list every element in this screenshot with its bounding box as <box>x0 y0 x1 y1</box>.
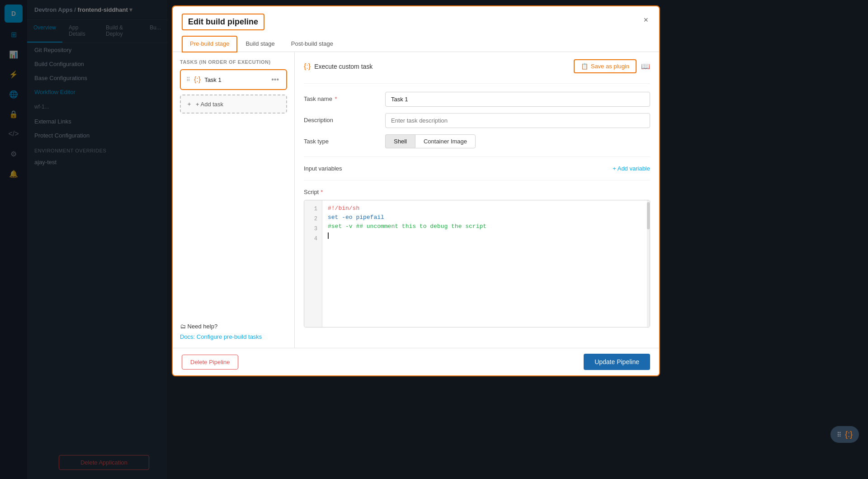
delete-pipeline-button[interactable]: Delete Pipeline <box>182 355 238 370</box>
tasks-label: TASKS (IN ORDER OF EXECUTION) <box>180 59 287 65</box>
task-name-field-label: Task name * <box>304 92 376 102</box>
execute-custom-title: Execute custom task <box>314 63 373 70</box>
task-type-icon: {:} <box>194 76 201 84</box>
line-numbers: 1 2 3 4 <box>304 200 322 327</box>
tab-build-stage[interactable]: Build stage <box>237 36 283 52</box>
code-content: #!/bin/sh set -eo pipefail #set -v ## un… <box>322 200 650 327</box>
line-num-2: 2 <box>304 214 322 224</box>
task-type-container-image-button[interactable]: Container Image <box>415 134 476 148</box>
add-task-button[interactable]: ＋ + Add task <box>180 95 287 114</box>
help-section: 🗂 Need help? Docs: Configure pre-build t… <box>180 323 287 341</box>
code-editor-inner: 1 2 3 4 #!/bin/sh set -eo pipefail #set … <box>304 200 650 327</box>
add-task-icon: ＋ <box>186 100 192 108</box>
description-input[interactable] <box>385 113 650 128</box>
script-label: Script * <box>304 189 650 195</box>
line-num-1: 1 <box>304 204 322 214</box>
task-name-label: Task 1 <box>204 76 266 83</box>
task-type-row: Task type Shell Container Image <box>304 134 650 148</box>
divider-1 <box>304 83 650 84</box>
divider-3 <box>304 180 650 180</box>
code-line-3: #set -v ## uncomment this to debug the s… <box>328 222 644 231</box>
task-name-row: Task name * <box>304 92 650 107</box>
execute-icon: {:} <box>304 62 311 71</box>
line-num-4: 4 <box>304 234 322 244</box>
drag-handle-icon: ⠿ <box>186 76 190 83</box>
floating-badge-task-icon: {:} <box>845 430 853 439</box>
left-panel: TASKS (IN ORDER OF EXECUTION) ⠿ {:} Task… <box>173 52 295 348</box>
floating-badge: ⠿ {:} <box>830 426 859 443</box>
help-title: 🗂 Need help? <box>180 323 287 330</box>
code-editor[interactable]: 1 2 3 4 #!/bin/sh set -eo pipefail #set … <box>304 200 650 327</box>
update-pipeline-button[interactable]: Update Pipeline <box>584 354 650 370</box>
docs-icon[interactable]: 📖 <box>641 62 650 71</box>
right-panel-header: {:} Execute custom task 📋 Save as plugin… <box>304 59 650 73</box>
tab-post-build-stage[interactable]: Post-build stage <box>283 36 341 52</box>
line-num-3: 3 <box>304 224 322 234</box>
save-plugin-label: Save as plugin <box>591 63 629 70</box>
modal-footer: Delete Pipeline Update Pipeline <box>173 348 659 375</box>
modal-header: Edit build pipeline × <box>173 6 659 30</box>
header-actions: 📋 Save as plugin 📖 <box>574 59 650 73</box>
save-plugin-icon: 📋 <box>581 63 588 70</box>
modal-close-button[interactable]: × <box>642 14 650 27</box>
add-task-label: + Add task <box>196 101 223 108</box>
divider-2 <box>304 157 650 157</box>
task-name-input[interactable] <box>385 92 650 107</box>
task-type-field-label: Task type <box>304 134 376 145</box>
code-line-1: #!/bin/sh <box>328 204 644 213</box>
code-line-2: set -eo pipefail <box>328 213 644 222</box>
modal-body: TASKS (IN ORDER OF EXECUTION) ⠿ {:} Task… <box>173 52 659 348</box>
code-line-4 <box>328 231 644 240</box>
task-menu-button[interactable]: ••• <box>269 75 281 85</box>
tab-pre-build-stage[interactable]: Pre-build stage <box>182 36 237 52</box>
add-variable-button[interactable]: + Add variable <box>613 165 650 172</box>
task-item-1[interactable]: ⠿ {:} Task 1 ••• <box>180 69 287 90</box>
right-panel: {:} Execute custom task 📋 Save as plugin… <box>295 52 659 348</box>
floating-badge-dots-icon: ⠿ <box>837 431 841 438</box>
save-as-plugin-button[interactable]: 📋 Save as plugin <box>574 59 637 73</box>
task-type-group: Shell Container Image <box>385 134 476 148</box>
execute-custom-label: {:} Execute custom task <box>304 62 373 71</box>
description-field-label: Description <box>304 113 376 123</box>
help-docs-link[interactable]: Docs: Configure pre-build tasks <box>180 333 262 340</box>
description-row: Description <box>304 113 650 128</box>
scrollbar-thumb <box>647 202 650 229</box>
task-type-shell-button[interactable]: Shell <box>385 134 415 148</box>
cursor <box>328 232 329 239</box>
script-section: Script * 1 2 3 4 #!/bin/sh set <box>304 189 650 327</box>
add-variable-label: + Add variable <box>613 165 650 172</box>
input-variables-label: Input variables <box>304 165 342 172</box>
modal-tabs: Pre-build stage Build stage Post-build s… <box>173 36 659 52</box>
scrollbar-track[interactable] <box>647 200 650 327</box>
edit-build-pipeline-modal: Edit build pipeline × Pre-build stage Bu… <box>172 5 660 376</box>
input-variables-row: Input variables + Add variable <box>304 165 650 172</box>
modal-title: Edit build pipeline <box>182 14 264 30</box>
